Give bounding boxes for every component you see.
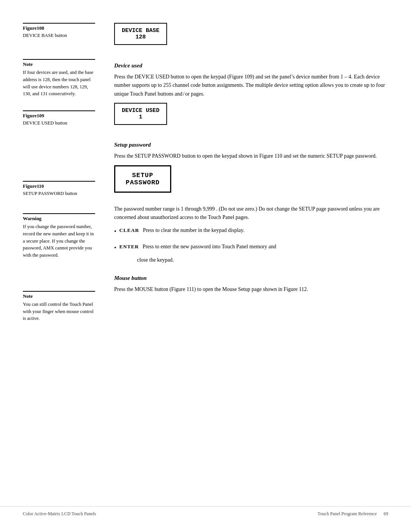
figure108-caption: DEVICE BASE button [23, 33, 95, 38]
figure110-label: Figure110 [23, 181, 95, 189]
figure110-section: Figure110 SETUP PASSWORD button [23, 181, 95, 197]
device-used-button[interactable]: DEVICE USED 1 [114, 103, 167, 125]
note1-text: If four devices are used, and the base a… [23, 69, 95, 97]
setup-password-line2: PASSWORD [124, 179, 162, 186]
bullet-dot-clear: • [114, 227, 116, 236]
enter-text: Press to enter the new password into Tou… [143, 244, 276, 249]
figure109-label: Figure109 [23, 110, 95, 119]
setup-password-title: Setup password [114, 142, 388, 148]
enter-continuation: close the keypad. [114, 256, 388, 264]
bullet-list: • CLEAR Press to clear the number in the… [114, 226, 388, 252]
device-used-section: Device used Press the DEVICE USED button… [114, 62, 388, 131]
note2-text: You can still control the Touch Panel wi… [23, 301, 95, 322]
device-base-button[interactable]: DEVICE BASE 128 [114, 23, 167, 45]
bullet-dot-enter: • [114, 243, 116, 253]
setup-password-body2: The password number range is 1 through 9… [114, 205, 388, 222]
clear-text: Press to clear the number in the keypad … [143, 227, 244, 233]
mouse-button-title: Mouse button [114, 275, 388, 281]
note2-section: Note You can still control the Touch Pan… [23, 291, 95, 322]
figure108-label: Figure108 [23, 23, 95, 31]
mouse-button-body: Press the MOUSE button (Figure 111) to o… [114, 285, 388, 294]
device-used-body: Press the DEVICE USED button to open the… [114, 73, 388, 98]
device-used-button-area: DEVICE USED 1 [114, 103, 388, 131]
footer-right: Touch Panel Program Reference 69 [318, 511, 388, 517]
note1-section: Note If four devices are used, and the b… [23, 59, 95, 97]
note2-label: Note [23, 291, 95, 299]
setup-password-body: Press the SETUP PASSWORD button to open … [114, 152, 388, 160]
enter-keyword: ENTER [119, 244, 139, 249]
mouse-button-section: Mouse button Press the MOUSE button (Fig… [114, 275, 388, 294]
device-base-area: DEVICE BASE 128 [114, 23, 388, 51]
warning-label: Warning [23, 213, 95, 222]
warning-text: If you change the password number, recor… [23, 223, 95, 259]
device-base-line2: 128 [122, 34, 159, 40]
setup-password-button[interactable]: SETUP PASSWORD [114, 165, 171, 193]
setup-password-button-area: SETUP PASSWORD [114, 165, 388, 199]
sidebar: Figure108 DEVICE BASE button Note If fou… [23, 23, 103, 506]
content-area: Figure108 DEVICE BASE button Note If fou… [0, 23, 411, 506]
figure108-section: Figure108 DEVICE BASE button [23, 23, 95, 38]
clear-keyword: CLEAR [119, 227, 139, 233]
figure109-caption: DEVICE USED button [23, 120, 95, 126]
figure109-section: Figure109 DEVICE USED button [23, 110, 95, 126]
device-used-title: Device used [114, 62, 388, 69]
device-base-line1: DEVICE BASE [122, 27, 159, 34]
main-content: DEVICE BASE 128 Device used Press the DE… [103, 23, 388, 506]
device-used-line2: 1 [122, 114, 159, 120]
note1-label: Note [23, 59, 95, 67]
setup-password-section: Setup password Press the SETUP PASSWORD … [114, 142, 388, 264]
footer-left: Color Active-Matrix LCD Touch Panels [23, 511, 96, 517]
setup-password-line1: SETUP [124, 172, 162, 179]
page-number: 69 [384, 511, 388, 516]
bullet-enter: • ENTER Press to enter the new password … [114, 243, 388, 253]
figure110-caption: SETUP PASSWORD button [23, 191, 95, 197]
footer: Color Active-Matrix LCD Touch Panels Tou… [0, 506, 411, 517]
bullet-clear: • CLEAR Press to clear the number in the… [114, 226, 388, 236]
warning-section: Warning If you change the password numbe… [23, 213, 95, 259]
device-used-line1: DEVICE USED [122, 107, 159, 114]
page: Figure108 DEVICE BASE button Note If fou… [0, 0, 411, 532]
